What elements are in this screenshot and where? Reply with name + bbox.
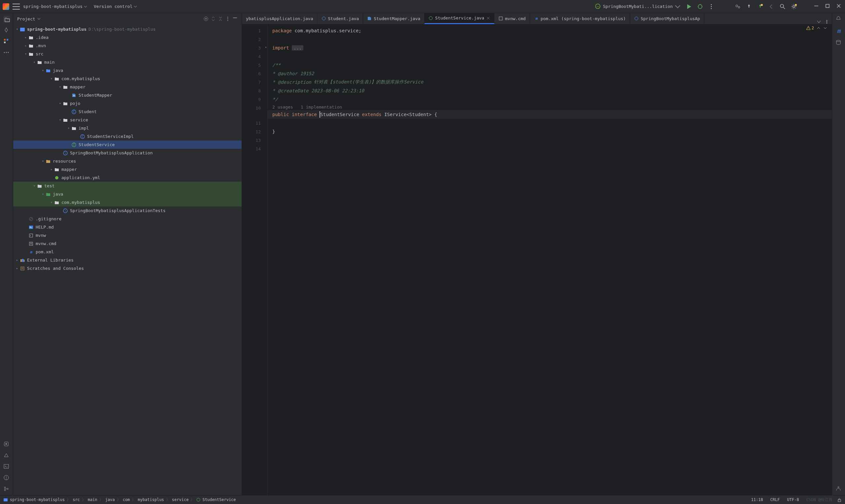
maven-tool-icon[interactable]: m xyxy=(835,28,842,34)
maximize-icon[interactable] xyxy=(825,4,831,10)
tree-item[interactable]: CStudent xyxy=(13,108,242,116)
services-tool-icon[interactable] xyxy=(3,441,10,448)
editor-tab[interactable]: Student.java xyxy=(318,13,364,24)
tree-item[interactable]: ▾main xyxy=(13,58,242,66)
vcs-tool-icon[interactable] xyxy=(3,486,10,492)
breadcrumb-item[interactable]: main xyxy=(88,498,98,502)
code-with-me-icon[interactable] xyxy=(735,4,741,10)
tree-item[interactable]: M↓HELP.md xyxy=(13,223,242,231)
tree-item[interactable]: ▸.mvn xyxy=(13,41,242,50)
editor-tab[interactable]: StudentMapper.java xyxy=(363,13,424,24)
expand-all-icon[interactable] xyxy=(211,16,216,21)
collapse-all-icon[interactable] xyxy=(218,16,223,21)
tree-item[interactable]: ▾resources xyxy=(13,157,242,165)
close-icon[interactable] xyxy=(837,4,842,10)
tree-root[interactable]: ▾ spring-boot-mybatisplus D:\spring-boot… xyxy=(13,25,242,33)
tree-item[interactable]: .gitignore xyxy=(13,215,242,223)
minimize-icon[interactable] xyxy=(814,4,820,10)
tree-item[interactable]: ▾service xyxy=(13,116,242,124)
close-tab-icon[interactable] xyxy=(486,16,490,20)
encoding[interactable]: UTF-8 xyxy=(785,498,802,502)
tree-item[interactable]: ▾test xyxy=(13,182,242,190)
run-icon[interactable] xyxy=(686,4,692,10)
folded-region[interactable]: ... xyxy=(292,45,303,51)
breadcrumb-item[interactable]: mybatisplus xyxy=(138,498,164,502)
build-icon[interactable] xyxy=(757,4,763,10)
main-menu-icon[interactable] xyxy=(13,4,20,10)
project-tool-icon[interactable] xyxy=(3,16,10,22)
commit-tool-icon[interactable] xyxy=(3,27,10,34)
hide-panel-icon[interactable] xyxy=(232,16,237,21)
nav-down-icon[interactable] xyxy=(823,26,827,30)
select-opened-file-icon[interactable] xyxy=(203,16,209,21)
tree-item[interactable]: ▾java xyxy=(13,190,242,198)
tree-item[interactable]: mvnw.cmd xyxy=(13,239,242,248)
run-config-selector[interactable]: SpringBootMybati...lication xyxy=(595,4,681,10)
problems-tool-icon[interactable] xyxy=(3,475,10,481)
breadcrumb-item[interactable]: service xyxy=(172,498,189,502)
tree-item[interactable]: ▾src xyxy=(13,50,242,58)
breadcrumb[interactable]: spring-boot-mybatisplus〉 src〉 main〉 java… xyxy=(10,497,236,503)
code-hint[interactable]: 2 usages 1 implementation xyxy=(272,105,342,109)
tree-item[interactable]: CStudentServiceImpl xyxy=(13,132,242,141)
project-tree[interactable]: ▾ spring-boot-mybatisplus D:\spring-boot… xyxy=(13,24,242,495)
tree-item[interactable]: ▸.idea xyxy=(13,33,242,41)
tree-item[interactable]: ▾com.mybatisplus xyxy=(13,198,242,206)
cursor-position[interactable]: 11:18 xyxy=(748,498,765,502)
tree-item[interactable]: SpringBootMybatisplusApplication xyxy=(13,149,242,157)
tree-item[interactable]: ▾pojo xyxy=(13,99,242,108)
editor-tab-active[interactable]: StudentService.java xyxy=(424,13,494,24)
line-separator[interactable]: CRLF xyxy=(768,498,782,502)
tree-scratches[interactable]: ▸Scratches and Consoles xyxy=(13,264,242,272)
tree-item[interactable]: application.yml xyxy=(13,174,242,182)
editor-body[interactable]: 1 2 3 4 5 6 7 8 9 10 11 12 13 14 ▸ 2 xyxy=(242,24,832,495)
chevron-down-icon xyxy=(675,4,681,10)
code-area[interactable]: 2 package com.mybatisplus.service; impor… xyxy=(268,24,832,495)
tree-external-libs[interactable]: ▸External Libraries xyxy=(13,256,242,264)
editor-tab[interactable]: ybatisplusApplication.java xyxy=(242,13,318,24)
tree-item[interactable]: SpringBootMybatisplusApplicationTests xyxy=(13,206,242,215)
breadcrumb-item[interactable]: com xyxy=(123,498,130,502)
assistant-icon[interactable] xyxy=(835,486,842,492)
tree-item[interactable]: ▸mapper xyxy=(13,165,242,174)
tabs-dropdown-icon[interactable] xyxy=(816,19,821,24)
search-icon[interactable] xyxy=(780,4,786,10)
nav-up-icon[interactable] xyxy=(816,26,821,30)
panel-options-icon[interactable] xyxy=(225,16,230,21)
more-tool-icon[interactable] xyxy=(3,50,10,56)
breadcrumb-item[interactable]: StudentService xyxy=(203,498,236,502)
tree-item[interactable]: ▾mapper xyxy=(13,83,242,91)
database-tool-icon[interactable] xyxy=(835,40,842,46)
back-icon[interactable] xyxy=(769,4,774,10)
structure-tool-icon[interactable] xyxy=(3,38,10,45)
breadcrumb-item[interactable]: src xyxy=(73,498,80,502)
updates-icon[interactable] xyxy=(746,4,752,10)
editor-tab[interactable]: mpom.xml (spring-boot-mybatisplus) xyxy=(530,13,630,24)
tree-item[interactable]: mvnw xyxy=(13,231,242,239)
settings-icon[interactable] xyxy=(791,4,797,10)
breadcrumb-item[interactable]: java xyxy=(105,498,115,502)
fold-marker-icon[interactable]: ▸ xyxy=(265,45,267,49)
project-selector[interactable]: spring-boot-mybatisplus xyxy=(23,4,87,9)
more-actions-icon[interactable] xyxy=(708,4,714,10)
editor-tab[interactable]: mvnw.cmd xyxy=(494,13,530,24)
tree-item[interactable]: mpom.xml xyxy=(13,248,242,256)
intellij-logo-icon[interactable] xyxy=(3,3,9,10)
breadcrumb-item[interactable]: spring-boot-mybatisplus xyxy=(10,498,65,502)
tree-item[interactable]: ▾impl xyxy=(13,124,242,132)
inspections-widget[interactable]: 2 xyxy=(806,26,827,30)
editor-tab[interactable]: SpringBootMybatisplusAp xyxy=(630,13,704,24)
terminal-tool-icon[interactable] xyxy=(3,464,10,470)
lock-icon[interactable] xyxy=(837,498,842,502)
vcs-selector[interactable]: Version control xyxy=(94,4,137,9)
tree-item[interactable]: ▾java xyxy=(13,66,242,74)
tree-item-selected[interactable]: IStudentService xyxy=(13,141,242,149)
chevron-down-icon[interactable] xyxy=(37,17,40,20)
tree-item[interactable]: ▾com.mybatisplus xyxy=(13,74,242,83)
tree-item[interactable]: StudentMapper xyxy=(13,91,242,99)
notifications-icon[interactable] xyxy=(835,16,842,22)
module-icon[interactable] xyxy=(3,498,8,502)
build-tool-icon[interactable] xyxy=(3,452,10,459)
debug-icon[interactable] xyxy=(697,4,703,10)
tabs-more-icon[interactable] xyxy=(825,19,829,24)
